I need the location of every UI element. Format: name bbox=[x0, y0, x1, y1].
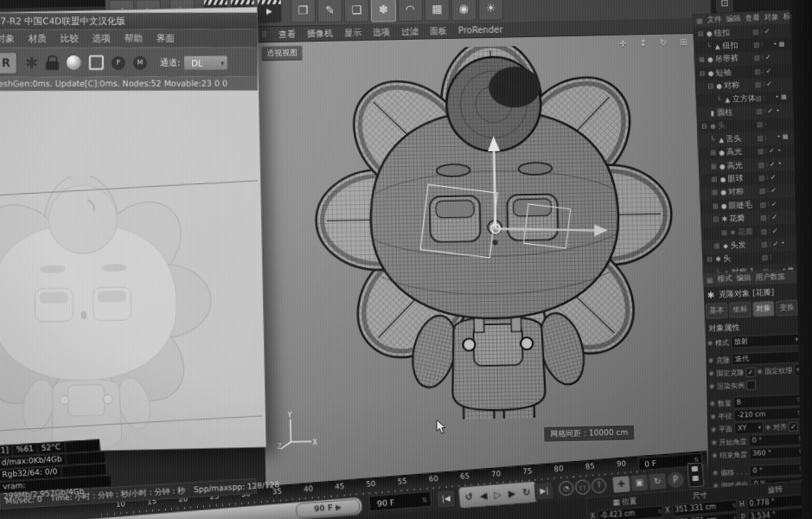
attribute-title: ✱ 克隆对象 [花瓣] bbox=[704, 284, 802, 301]
render-settings-icon[interactable]: ▶ bbox=[257, 0, 282, 23]
fix-clone-checkbox: ✓ bbox=[745, 367, 755, 376]
octane-menu-options[interactable]: 选项 bbox=[93, 33, 111, 45]
current-frame-field[interactable]: 90 F⇅ bbox=[368, 491, 432, 512]
cloner-icon: ✱ bbox=[707, 290, 715, 299]
region-icon[interactable] bbox=[89, 55, 104, 70]
om-menu-view[interactable]: 查看 bbox=[745, 13, 759, 24]
om-menu-edit[interactable]: 编辑 bbox=[726, 14, 740, 25]
panel-icon: ▦ bbox=[707, 276, 713, 284]
goto-end-button[interactable]: ▶| bbox=[534, 481, 555, 501]
channel-dropdown[interactable]: DL▾ bbox=[183, 54, 228, 70]
previous-frame-button[interactable]: ◀ bbox=[479, 490, 487, 502]
object-tree: ⊟●纽扣▨∶✓ └▲纽扣▨∶• ▩ ⊞●吊带裤▨∶✓ ⊟●短袖▨∶✓ ⊟●对称▨… bbox=[693, 24, 800, 281]
panel-icon: ▦ bbox=[696, 16, 703, 24]
c4d-application: ↶ ↷ ↳ ▶ ▶ ▶ ❐ ✎ ❑ ✽ ◠ ▦ ◉ ☀ ⊡ ⠿ 查看 摄像机 显… bbox=[0, 0, 812, 519]
character-tool-icon[interactable]: ⊡ bbox=[716, 0, 733, 12]
autokey-button[interactable]: ( ) bbox=[575, 479, 591, 495]
primitive-cube-icon[interactable]: ❐ bbox=[291, 0, 316, 23]
channel-label: 通道: bbox=[160, 56, 180, 68]
goto-start-button[interactable]: |◀ bbox=[436, 489, 457, 509]
vp-menu-camera[interactable]: 摄像机 bbox=[307, 27, 333, 40]
deformer-icon[interactable]: ◠ bbox=[398, 0, 423, 22]
axis-gizmo: Y X Z bbox=[277, 410, 317, 454]
octane-live-viewer-window: 07-R2 中国C4D联盟中文汉化版 对象 材质 比较 选项 帮助 界面 R ✱… bbox=[0, 7, 266, 512]
perspective-viewport[interactable]: ⠿ 查看 摄像机 显示 选项 过滤 面板 ProRender 透视视图 ✛ ↕ … bbox=[256, 18, 708, 502]
octane-menu-bar: 对象 材质 比较 选项 帮助 界面 bbox=[0, 29, 258, 48]
floor-icon[interactable]: ▦ bbox=[425, 0, 450, 22]
camera-icon[interactable]: ◉ bbox=[451, 0, 476, 21]
octane-menu-help[interactable]: 帮助 bbox=[125, 33, 143, 45]
material-pin-icon[interactable]: M bbox=[133, 55, 147, 69]
tab-object[interactable]: 对象 bbox=[752, 301, 775, 317]
mograph-cloner-icon[interactable]: ✽ bbox=[371, 0, 396, 22]
mouse-cursor bbox=[436, 420, 448, 439]
tab-coord[interactable]: 坐标 bbox=[729, 302, 751, 318]
render-preview-character bbox=[0, 173, 228, 448]
parent-mode-button[interactable]: P bbox=[666, 471, 686, 490]
monitor-photo: ↶ ↷ ↳ ▶ ▶ ▶ ❐ ✎ ❑ ✽ ◠ ▦ ◉ ☀ ⊡ ⠿ 查看 摄像机 显… bbox=[0, 0, 812, 519]
window-title[interactable]: 07-R2 中国C4D联盟中文汉化版 bbox=[0, 13, 258, 30]
play-button[interactable]: ▷ bbox=[494, 489, 502, 501]
vp-menu-prorender[interactable]: ProRender bbox=[458, 25, 503, 35]
octane-menu-objects[interactable]: 对象 bbox=[0, 33, 15, 45]
vp-menu-options[interactable]: 选项 bbox=[373, 26, 390, 38]
film-icon[interactable] bbox=[687, 462, 704, 487]
grid-spacing-info: 网格间距 : 10000 cm bbox=[543, 425, 635, 443]
current-frame-marker[interactable]: 90 F ▶ bbox=[296, 498, 361, 518]
octane-menu-materials[interactable]: 材质 bbox=[29, 33, 47, 45]
viewport-title[interactable]: 透视视图 bbox=[261, 45, 303, 61]
subdivision-icon[interactable]: ❑ bbox=[344, 0, 369, 22]
scale-tool-button[interactable]: ▣ bbox=[630, 473, 649, 492]
axis-x-label: X bbox=[312, 439, 316, 446]
focus-pin-icon[interactable]: F bbox=[112, 55, 125, 69]
vp-menu-display[interactable]: 显示 bbox=[344, 27, 361, 39]
axis-y-label: Y bbox=[287, 412, 292, 420]
am-menu-edit[interactable]: 编辑 bbox=[736, 273, 751, 285]
am-menu-userdata[interactable]: 用户数据 bbox=[755, 272, 784, 283]
om-menu-file[interactable]: 文件 bbox=[707, 15, 721, 26]
material-ball-icon[interactable] bbox=[67, 55, 81, 70]
octane-toolbar: R ✱ F M 通道: DL▾ bbox=[0, 48, 258, 78]
right-panel: ▦ 文件 编辑 查看 对象 标签 ⊟●纽扣▨∶✓ └▲纽扣▨∶• ▩ ⊞●吊带裤… bbox=[693, 10, 809, 495]
am-menu-mode[interactable]: 模式 bbox=[717, 274, 732, 285]
axis-z-label: Z bbox=[277, 443, 282, 451]
vp-menu-panel[interactable]: 面板 bbox=[430, 24, 447, 36]
align-checkbox: ✓ bbox=[789, 421, 798, 431]
spline-pen-icon[interactable]: ✎ bbox=[317, 0, 342, 22]
lock-icon[interactable] bbox=[46, 55, 59, 70]
vp-menu-filter[interactable]: 过滤 bbox=[401, 25, 419, 37]
octane-menu-compare[interactable]: 比较 bbox=[61, 33, 79, 45]
vp-menu-view[interactable]: 查看 bbox=[278, 28, 296, 40]
attribute-tabs: 基本 坐标 对象 变换 效果器 bbox=[706, 299, 800, 318]
rotate-tool-button[interactable]: ↻ bbox=[648, 472, 668, 491]
tab-basic[interactable]: 基本 bbox=[706, 303, 728, 319]
render-restart-button[interactable]: R bbox=[0, 52, 17, 74]
render-preview[interactable] bbox=[0, 85, 263, 448]
octane-menu-interface[interactable]: 界面 bbox=[157, 33, 175, 45]
repeat-button[interactable]: ↻ bbox=[522, 486, 531, 498]
render-instance-checkbox bbox=[746, 380, 756, 389]
tab-transform[interactable]: 变换 bbox=[776, 300, 798, 317]
gear-icon[interactable]: ✱ bbox=[25, 54, 38, 72]
section-object-properties: 对象属性 bbox=[708, 322, 739, 334]
next-frame-button[interactable]: ▶ bbox=[508, 488, 515, 500]
overalls bbox=[451, 310, 545, 411]
record-button[interactable]: ◔ bbox=[559, 480, 574, 496]
viewport-grid-icon[interactable]: ⠿ bbox=[261, 30, 267, 39]
light-icon[interactable]: ☀ bbox=[478, 0, 503, 21]
move-tool-button[interactable]: ✚ bbox=[611, 475, 631, 494]
help-button[interactable]: ? bbox=[591, 477, 606, 493]
om-menu-objects[interactable]: 对象 bbox=[764, 12, 778, 23]
wireframe-character[interactable] bbox=[300, 42, 688, 422]
loop-button[interactable]: ↺ bbox=[464, 491, 473, 503]
